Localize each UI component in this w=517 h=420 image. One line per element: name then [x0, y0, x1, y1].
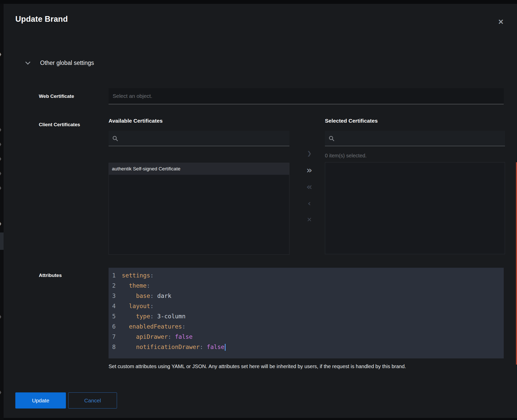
angle-double-left-icon: « — [306, 181, 312, 192]
available-certificates-list: authentik Self-signed Certificate — [109, 163, 289, 255]
list-item[interactable]: authentik Self-signed Certificate — [109, 163, 289, 175]
background-sidebar-sliver: ❯ ❯ ❯ ❯ ❯ ❯ ❯ ❯ ❯ — [0, 4, 4, 420]
text-cursor — [225, 344, 226, 351]
angle-right-icon: ❯ — [307, 150, 312, 157]
remove-selected-button[interactable]: ‹ — [301, 197, 318, 209]
cancel-button[interactable]: Cancel — [68, 392, 117, 409]
code-line: 8 notificationDrawer: false — [112, 342, 504, 352]
search-icon — [328, 135, 335, 142]
line-number: 6 — [112, 321, 118, 332]
chevron-fragment-icon: ❯ — [0, 315, 2, 318]
angle-double-right-icon: » — [306, 165, 312, 175]
update-brand-modal: Update Brand ✕ Other global settings Web… — [4, 4, 517, 418]
line-number: 8 — [112, 342, 118, 352]
code-line: 6 enabledFeatures: — [112, 321, 504, 332]
code-line: 7 apiDrawer: false — [112, 332, 504, 342]
chevron-fragment-icon: ❯ — [0, 142, 2, 146]
attributes-help-text: Set custom attributes using YAML or JSON… — [109, 363, 499, 370]
selected-certificates-header: Selected Certificates — [325, 118, 378, 124]
web-certificate-label: Web Certificate — [39, 88, 74, 104]
line-number: 7 — [112, 332, 118, 342]
line-number: 2 — [112, 281, 118, 291]
remove-all-button[interactable]: « — [301, 181, 318, 192]
section-label: Other global settings — [40, 60, 94, 66]
code-line: 5 type: 3-column — [112, 311, 504, 321]
chevron-fragment-icon: ❯ — [0, 186, 2, 190]
client-certificates-label: Client Certificates — [39, 122, 80, 127]
update-button[interactable]: Update — [15, 392, 66, 409]
search-icon — [112, 135, 118, 142]
add-selected-button[interactable]: ❯ — [301, 148, 318, 159]
times-icon: ✕ — [307, 216, 312, 223]
clear-selection-button[interactable]: ✕ — [301, 214, 318, 225]
close-icon: ✕ — [498, 18, 504, 26]
attributes-label: Attributes — [39, 273, 62, 278]
page-background: ❯ ❯ ❯ ❯ ❯ ❯ ❯ ❯ ❯ Update Brand ✕ Other g… — [0, 0, 517, 420]
line-number: 1 — [112, 270, 118, 281]
available-certificates-header: Available Certificates — [109, 118, 163, 124]
close-button[interactable]: ✕ — [497, 18, 505, 27]
code-line: 2 theme: — [112, 281, 504, 291]
chevron-down-icon — [25, 60, 30, 65]
web-certificate-input[interactable] — [109, 88, 504, 104]
chevron-fragment-icon: ❯ — [0, 52, 2, 56]
chevron-fragment-icon: ❯ — [0, 222, 2, 225]
line-number: 5 — [112, 311, 118, 321]
right-edge-accent-strip — [516, 162, 517, 365]
line-number: 3 — [112, 291, 118, 301]
code-line: 1settings: — [112, 270, 504, 281]
code-line: 4 layout: — [112, 301, 504, 311]
page-title: Update Brand — [15, 15, 68, 24]
selected-search — [325, 131, 505, 146]
chevron-fragment-icon: ❯ — [0, 390, 2, 394]
code-line: 3 base: dark — [112, 291, 504, 301]
selected-count-status: 0 item(s) selected. — [325, 153, 367, 159]
available-search — [109, 131, 289, 146]
selected-search-input[interactable] — [338, 135, 501, 142]
angle-left-icon: ‹ — [308, 199, 311, 208]
line-number: 4 — [112, 301, 118, 311]
available-search-input[interactable] — [121, 135, 286, 142]
section-toggle-other-global-settings[interactable]: Other global settings — [26, 60, 94, 66]
selected-certificates-list — [325, 162, 505, 254]
attributes-code-editor[interactable]: 1settings:2 theme:3 base: dark4 layout:5… — [109, 268, 504, 358]
add-all-button[interactable]: » — [301, 164, 318, 176]
chevron-fragment-icon: ❯ — [0, 128, 2, 131]
chevron-fragment-icon: ❯ — [0, 157, 2, 160]
chevron-fragment-icon: ❯ — [0, 171, 2, 175]
sidebar-active-item-highlight — [0, 232, 4, 250]
